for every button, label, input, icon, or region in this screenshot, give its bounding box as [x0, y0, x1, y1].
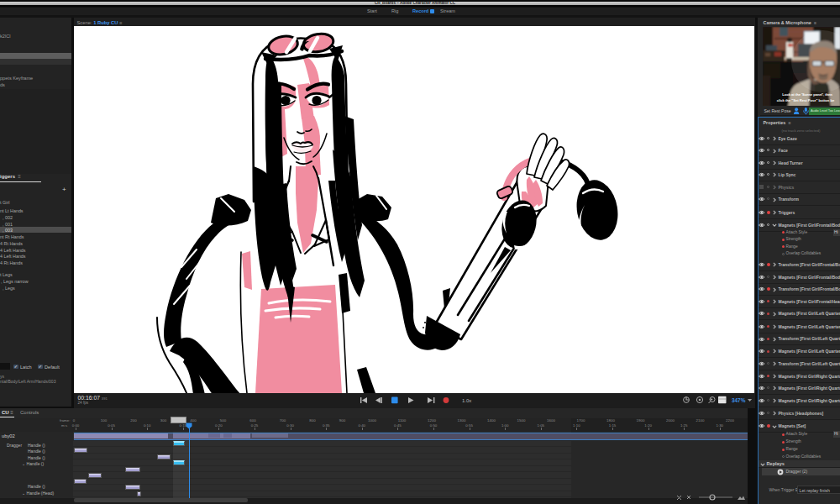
svg-text:347%: 347% — [732, 397, 746, 403]
svg-text:Look at the 'Scene panel', the: Look at the 'Scene panel', then — [782, 92, 832, 96]
svg-text:click the "Set Rest Pose" butt: click the "Set Rest Pose" button be — [776, 97, 834, 102]
svg-text:1.0x: 1.0x — [462, 398, 471, 403]
